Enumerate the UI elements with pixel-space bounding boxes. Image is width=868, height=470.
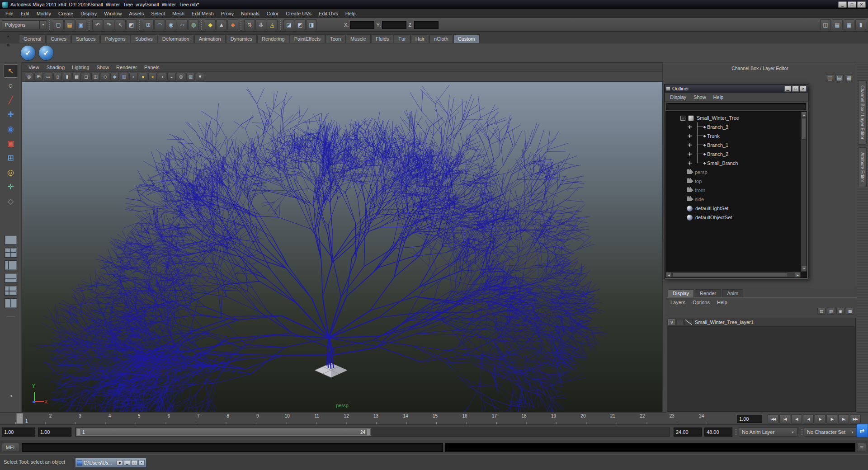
select-hierarchy-icon[interactable]: ↖	[115, 19, 126, 30]
z-coordinate-field[interactable]	[414, 21, 439, 29]
layer-editor-view-icon[interactable]: ▤	[835, 74, 844, 81]
outliner-item[interactable]: Trunk	[666, 132, 800, 141]
side-tab-attribute-editor[interactable]: Attribute Editor	[858, 147, 867, 187]
current-time-field[interactable]	[737, 415, 762, 423]
viewport-menu-item[interactable]: View	[25, 65, 43, 70]
hypershade-persp-layout-button[interactable]	[5, 286, 17, 296]
step-back-key-button[interactable]: |◀	[779, 414, 790, 423]
textured-mode-icon[interactable]: ▨	[120, 73, 128, 80]
step-forward-frame-button[interactable]: |▶	[826, 414, 837, 423]
smooth-shade-icon[interactable]: ◆	[110, 73, 119, 80]
dropdown-grip[interactable]	[801, 428, 803, 436]
dropdown-grip[interactable]	[735, 428, 737, 436]
range-slider-track[interactable]: 1 24	[75, 428, 670, 437]
menu-item[interactable]: Assets	[125, 9, 147, 18]
snap-to-point-icon[interactable]: ◉	[165, 19, 176, 30]
toolbar-grip[interactable]	[88, 20, 90, 30]
menu-item[interactable]: Normals	[237, 9, 263, 18]
menu-item[interactable]: Modify	[33, 9, 55, 18]
current-frame-marker[interactable]	[16, 413, 23, 424]
outliner-item[interactable]: side	[666, 195, 800, 204]
render-settings-icon[interactable]: ◨	[306, 19, 317, 30]
menu-item[interactable]: Create	[55, 9, 77, 18]
safe-action-icon[interactable]: ◻	[82, 73, 90, 80]
playback-end-field[interactable]	[674, 428, 702, 437]
ipr-render-icon[interactable]: ◩	[295, 19, 306, 30]
shelf-tab-surfaces[interactable]: Surfaces	[71, 34, 100, 43]
menu-set-dropdown[interactable]: Polygons ▼	[2, 20, 47, 29]
shelf-menu-icon[interactable]: ▼	[3, 33, 14, 39]
menu-item[interactable]: Create UVs	[282, 9, 315, 18]
animation-end-field[interactable]	[704, 428, 732, 437]
viewport-canvas[interactable]: Y X persp	[22, 82, 662, 412]
outliner-vertical-scrollbar[interactable]	[801, 112, 807, 272]
sidebar-toggle-icon[interactable]: ▮	[855, 19, 866, 30]
shelf-tab-curves[interactable]: Curves	[46, 34, 71, 43]
outliner-item[interactable]: Small_Branch	[666, 159, 800, 168]
shelf-tab-deformation[interactable]: Deformation	[158, 34, 194, 43]
four-pane-layout-button[interactable]	[5, 248, 17, 258]
lasso-tool[interactable]: ○	[4, 79, 18, 92]
gate-mask-icon[interactable]: ▮	[63, 73, 71, 80]
expander-icon[interactable]	[680, 116, 685, 121]
snap-to-grid-icon[interactable]: ⊞	[143, 19, 154, 30]
step-forward-key-button[interactable]: ▶|	[838, 414, 849, 423]
step-back-frame-button[interactable]: ◀|	[791, 414, 802, 423]
outliner-menu-item[interactable]: Help	[710, 94, 727, 100]
film-gate-icon[interactable]: ▭	[44, 73, 52, 80]
layer-row[interactable]: V Small_Winter_Tree_layer1	[667, 318, 855, 327]
grid-toggle-icon[interactable]: ⊞	[34, 73, 43, 80]
universal-manipulator-tool[interactable]: ⊞	[4, 151, 18, 164]
move-layer-down-icon[interactable]: ▥	[827, 308, 835, 315]
script-editor-icon[interactable]: ≣	[857, 443, 866, 452]
go-to-end-button[interactable]: ▶▶|	[850, 414, 861, 423]
maximize-button[interactable]: □	[848, 1, 856, 8]
taskbar-restore-button[interactable]: □	[131, 460, 137, 465]
layer-editor-menu-item[interactable]: Help	[713, 299, 731, 306]
new-layer-from-selected-icon[interactable]: ▦	[846, 308, 854, 315]
shelf-item-1[interactable]: ✓	[21, 46, 35, 60]
menu-item[interactable]: Display	[77, 9, 100, 18]
viewport-menu-item[interactable]: Renderer	[113, 65, 141, 70]
outliner-filter-field[interactable]	[666, 103, 806, 110]
menu-item[interactable]: File	[2, 9, 17, 18]
playback-start-field[interactable]	[38, 428, 71, 437]
outliner-titlebar[interactable]: Outliner ▁□✕	[665, 85, 808, 93]
toolbox-extra-icon[interactable]: ◔	[9, 392, 13, 400]
frame-ruler[interactable]: 123456789101112131415161718192021222324	[15, 413, 707, 424]
shelf-tab-fluids[interactable]: Fluids	[371, 34, 393, 43]
layer-tab-anim[interactable]: Anim	[722, 289, 743, 297]
motion-blur-icon[interactable]: ◒	[167, 73, 176, 80]
make-live-icon[interactable]: ◍	[188, 19, 199, 30]
ambient-occlusion-icon[interactable]: ◑	[158, 73, 166, 80]
outliner-item[interactable]: Branch_1	[666, 141, 800, 150]
input-operations-icon[interactable]: ⇅	[244, 19, 255, 30]
outliner-item[interactable]: top	[666, 177, 800, 186]
outliner-item[interactable]: Branch_2	[666, 150, 800, 159]
play-forwards-button[interactable]: ▶	[815, 414, 826, 423]
shelf-tab-hair[interactable]: Hair	[411, 34, 429, 43]
rotate-tool[interactable]: ◉	[4, 122, 18, 136]
outliner-item[interactable]: front	[666, 186, 800, 195]
keyframe-icon[interactable]: ◆	[205, 19, 216, 30]
scale-tool[interactable]: ▣	[4, 136, 18, 150]
attribute-editor-toggle-icon[interactable]: ▦	[844, 19, 854, 30]
menu-item[interactable]: Edit	[17, 9, 33, 18]
floating-window-titlebar[interactable]: C:\Users\Us... ◆▁□✕	[75, 458, 146, 468]
layer-color-swatch[interactable]	[684, 319, 693, 325]
last-tool-used[interactable]: ◇	[4, 194, 18, 208]
close-button[interactable]: ✕	[857, 1, 866, 8]
taskbar-minimize-button[interactable]: ▁	[124, 460, 130, 465]
side-tab-channel-box[interactable]: Channel Box / Layer Editor	[858, 80, 867, 145]
safe-title-icon[interactable]: ◫	[91, 73, 100, 80]
layer-visibility-toggle[interactable]: V	[668, 319, 675, 325]
move-layer-up-icon[interactable]: ▤	[817, 308, 826, 315]
animation-start-field[interactable]	[2, 428, 35, 437]
move-tool[interactable]: ✚	[4, 108, 18, 121]
field-chart-icon[interactable]: ▦	[72, 73, 81, 80]
redo-icon[interactable]: ↷	[104, 19, 114, 30]
shelf-tab-custom[interactable]: Custom	[453, 34, 480, 43]
shelf-tabs-icon[interactable]: ▤	[3, 42, 14, 48]
persp-graph-layout-button[interactable]	[5, 273, 17, 283]
menu-item[interactable]: Edit UVs	[315, 9, 342, 18]
